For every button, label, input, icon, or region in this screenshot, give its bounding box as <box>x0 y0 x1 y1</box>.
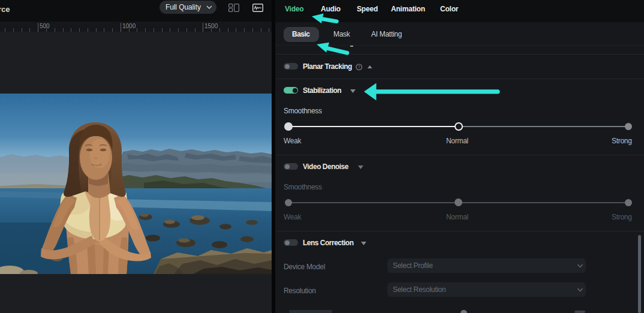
svg-text:500: 500 <box>40 23 50 29</box>
svg-text:1500: 1500 <box>204 23 218 29</box>
svg-text:1000: 1000 <box>122 23 136 29</box>
svg-text:?: ? <box>358 65 360 70</box>
